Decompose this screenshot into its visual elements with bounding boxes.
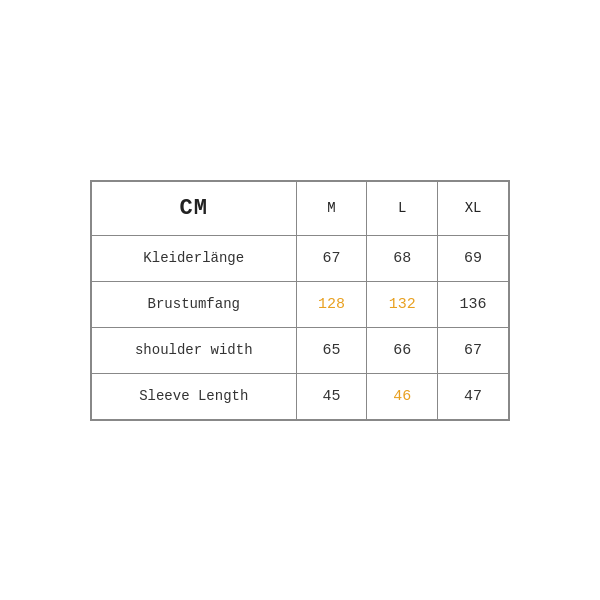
size-l-header: L [367, 181, 438, 235]
size-chart-table: CM M L XL Kleiderlänge676869Brustumfang1… [91, 181, 509, 420]
table-row: Kleiderlänge676869 [92, 235, 509, 281]
size-xl-header: XL [438, 181, 509, 235]
unit-header: CM [92, 181, 297, 235]
cell-3-0: 45 [296, 373, 367, 419]
table-header-row: CM M L XL [92, 181, 509, 235]
cell-0-2: 69 [438, 235, 509, 281]
cell-0-1: 68 [367, 235, 438, 281]
size-m-header: M [296, 181, 367, 235]
table-row: shoulder width656667 [92, 327, 509, 373]
cell-1-0: 128 [296, 281, 367, 327]
row-label-1: Brustumfang [92, 281, 297, 327]
size-chart-container: CM M L XL Kleiderlänge676869Brustumfang1… [90, 180, 510, 421]
table-row: Brustumfang128132136 [92, 281, 509, 327]
cell-3-2: 47 [438, 373, 509, 419]
row-label-3: Sleeve Length [92, 373, 297, 419]
row-label-2: shoulder width [92, 327, 297, 373]
cell-2-2: 67 [438, 327, 509, 373]
row-label-0: Kleiderlänge [92, 235, 297, 281]
table-row: Sleeve Length454647 [92, 373, 509, 419]
cell-2-0: 65 [296, 327, 367, 373]
cell-2-1: 66 [367, 327, 438, 373]
cell-0-0: 67 [296, 235, 367, 281]
cell-3-1: 46 [367, 373, 438, 419]
cell-1-1: 132 [367, 281, 438, 327]
cell-1-2: 136 [438, 281, 509, 327]
